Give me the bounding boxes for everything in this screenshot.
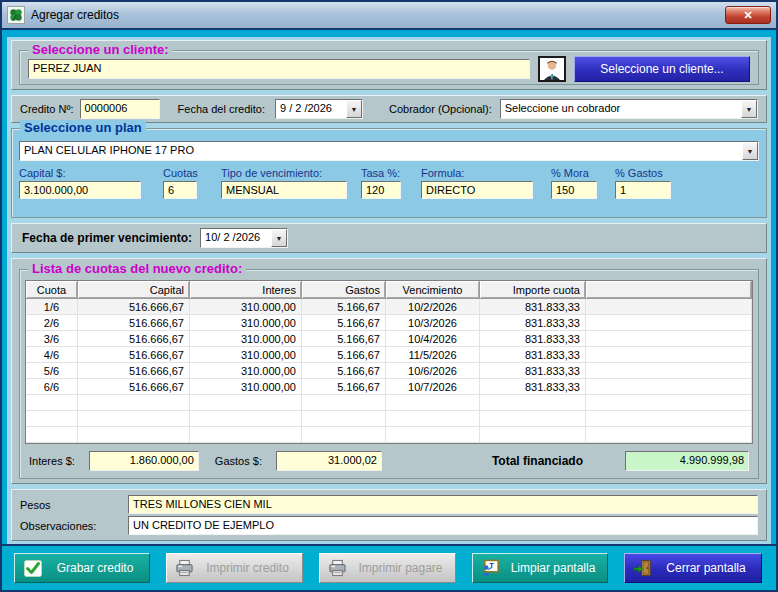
formula-field[interactable]: DIRECTO — [421, 181, 533, 199]
column-header-filler — [586, 281, 752, 299]
table-cell — [386, 427, 480, 443]
table-cell — [302, 395, 386, 411]
table-cell: 831.833,33 — [480, 363, 586, 379]
form-body: Seleccione un cliente: PEREZ JUAN Selecc… — [2, 30, 776, 544]
table-cell — [78, 395, 190, 411]
table-cell — [78, 411, 190, 427]
credit-number-field[interactable]: 0000006 — [80, 99, 160, 119]
table-cell: 3/6 — [26, 331, 78, 347]
plan-section-title: Seleccione un plan — [20, 120, 146, 135]
table-cell: 5/6 — [26, 363, 78, 379]
print-note-button[interactable]: Imprimir pagare — [319, 553, 456, 583]
titlebar: Agregar creditos ✕ — [2, 2, 776, 30]
table-cell: 310.000,00 — [190, 315, 302, 331]
total-financed-field: 4.990.999,98 — [625, 451, 749, 471]
expenses-total-field: 31.000,02 — [276, 451, 382, 471]
table-cell — [190, 427, 302, 443]
table-cell: 310.000,00 — [190, 347, 302, 363]
table-cell-filler — [586, 299, 752, 315]
collector-dropdown-icon[interactable]: ▼ — [741, 100, 757, 118]
installment-row[interactable]: 1/6516.666,67310.000,005.166,6710/2/2026… — [26, 299, 752, 315]
table-cell — [26, 395, 78, 411]
mora-label: % Mora — [551, 167, 603, 179]
window: Agregar creditos ✕ Seleccione un cliente… — [0, 0, 778, 592]
table-cell: 310.000,00 — [190, 331, 302, 347]
cuotas-label: Cuotas — [163, 167, 211, 179]
table-cell-filler — [586, 411, 752, 427]
empty-row — [26, 395, 752, 411]
plan-section: Seleccione un plan PLAN CELULAR IPHONE 1… — [11, 128, 767, 218]
door-exit-icon — [633, 559, 652, 577]
table-cell: 1/6 — [26, 299, 78, 315]
save-credit-button[interactable]: Grabar credito — [14, 553, 150, 583]
installment-row[interactable]: 5/6516.666,67310.000,005.166,6710/6/2026… — [26, 363, 752, 379]
table-cell — [480, 411, 586, 427]
table-cell-filler — [586, 395, 752, 411]
credit-header-row: Credito Nº: 0000006 Fecha del credito: 9… — [11, 95, 767, 123]
close-button[interactable]: ✕ — [725, 6, 771, 24]
installment-row[interactable]: 3/6516.666,67310.000,005.166,6710/4/2026… — [26, 331, 752, 347]
whiteboard-icon: T — [481, 559, 500, 577]
plan-dropdown-icon[interactable]: ▼ — [742, 142, 758, 160]
first-due-picker[interactable]: 10/ 2 /2026 ▼ — [200, 228, 288, 248]
installments-groupbox: Lista de cuotas del nuevo credito: Cuota… — [19, 269, 759, 479]
installment-row[interactable]: 4/6516.666,67310.000,005.166,6711/5/2026… — [26, 347, 752, 363]
close-screen-label: Cerrar pantalla — [659, 561, 753, 575]
plan-fields: Capital $: 3.100.000,00 Cuotas 6 Tipo de… — [19, 165, 759, 199]
formula-label: Formula: — [421, 167, 539, 179]
observations-field[interactable]: UN CREDITO DE EJEMPLO — [128, 516, 758, 535]
table-cell: 516.666,67 — [78, 315, 190, 331]
table-cell — [26, 427, 78, 443]
clear-screen-button[interactable]: T Limpiar pantalla — [472, 553, 608, 583]
select-client-button[interactable]: Seleccione un cliente... — [574, 56, 750, 82]
table-cell: 5.166,67 — [302, 315, 386, 331]
table-cell: 5.166,67 — [302, 331, 386, 347]
first-due-dropdown-icon[interactable]: ▼ — [271, 229, 287, 247]
capital-label: Capital $: — [19, 167, 151, 179]
table-cell: 10/6/2026 — [386, 363, 480, 379]
table-cell — [386, 411, 480, 427]
installment-row[interactable]: 6/6516.666,67310.000,005.166,6710/7/2026… — [26, 379, 752, 395]
client-section-title: Seleccione un cliente: — [28, 42, 173, 57]
collector-select[interactable]: Seleccione un cobrador ▼ — [500, 99, 758, 119]
column-header[interactable]: Cuota — [26, 281, 78, 299]
clover-icon — [9, 8, 23, 22]
printer-icon — [175, 559, 194, 577]
client-section: Seleccione un cliente: PEREZ JUAN Selecc… — [11, 40, 767, 90]
empty-row — [26, 411, 752, 427]
credit-date-value: 9 / 2 /2026 — [276, 100, 346, 118]
gastos-pct-field[interactable]: 1 — [615, 181, 671, 199]
column-header[interactable]: Interes — [190, 281, 302, 299]
collector-value: Seleccione un cobrador — [501, 100, 741, 118]
table-cell: 6/6 — [26, 379, 78, 395]
column-header[interactable]: Capital — [78, 281, 190, 299]
observations-label: Observaciones: — [20, 520, 128, 532]
capital-field[interactable]: 3.100.000,00 — [19, 181, 141, 199]
table-cell: 5.166,67 — [302, 347, 386, 363]
column-header[interactable]: Importe cuota — [480, 281, 586, 299]
cuotas-field[interactable]: 6 — [163, 181, 197, 199]
client-name-field[interactable]: PEREZ JUAN — [28, 59, 530, 79]
check-icon — [23, 559, 42, 577]
table-cell: 10/2/2026 — [386, 299, 480, 315]
plan-select[interactable]: PLAN CELULAR IPHONE 17 PRO ▼ — [19, 141, 759, 161]
vencimiento-tipo-field[interactable]: MENSUAL — [221, 181, 347, 199]
credit-date-dropdown-icon[interactable]: ▼ — [346, 100, 362, 118]
credit-date-picker[interactable]: 9 / 2 /2026 ▼ — [275, 99, 363, 119]
installment-row[interactable]: 2/6516.666,67310.000,005.166,6710/3/2026… — [26, 315, 752, 331]
tasa-field[interactable]: 120 — [361, 181, 401, 199]
print-credit-button[interactable]: Imprimir credito — [166, 553, 303, 583]
window-title: Agregar creditos — [31, 8, 119, 22]
table-cell-filler — [586, 379, 752, 395]
column-header[interactable]: Gastos — [302, 281, 386, 299]
column-header[interactable]: Vencimiento — [386, 281, 480, 299]
mora-field[interactable]: 150 — [551, 181, 597, 199]
table-cell: 5.166,67 — [302, 363, 386, 379]
total-financed-label: Total financiado — [492, 454, 583, 468]
amount-words-field[interactable]: TRES MILLONES CIEN MIL — [128, 495, 758, 514]
interest-total-field: 1.860.000,00 — [89, 451, 199, 471]
close-screen-button[interactable]: Cerrar pantalla — [624, 553, 762, 583]
table-cell: 831.833,33 — [480, 347, 586, 363]
table-cell: 516.666,67 — [78, 299, 190, 315]
table-cell-filler — [586, 315, 752, 331]
